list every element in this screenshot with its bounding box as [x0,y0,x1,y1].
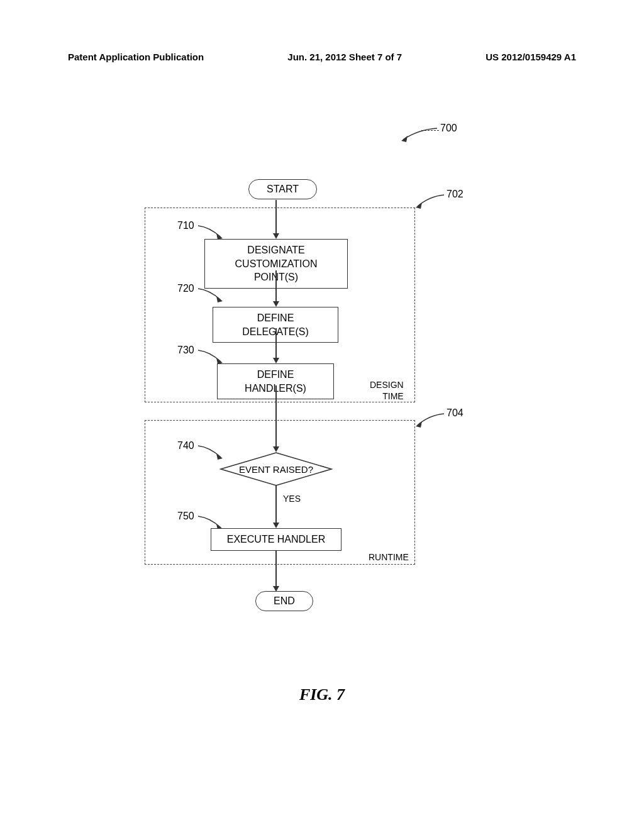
leader-704 [414,411,452,430]
leader-700 [399,126,443,145]
step-750: EXECUTE HANDLER [211,528,341,551]
ref-730: 730 [177,345,194,356]
ref-740: 740 [177,440,194,451]
svg-marker-5 [416,421,422,428]
leader-702 [414,192,452,211]
page-header: Patent Application Publication Jun. 21, … [68,52,576,62]
leader-720 [197,286,225,305]
svg-marker-3 [216,296,223,302]
ref-710: 710 [177,220,194,231]
runtime-label: RUNTIME [369,552,409,563]
decision-740: EVENT RAISED? [219,451,333,487]
start-label: START [267,184,299,194]
svg-marker-0 [401,136,408,142]
figure-caption: FIG. 7 [0,685,644,704]
arrow-710-720 [275,270,277,302]
decision-740-label: EVENT RAISED? [219,451,333,487]
flowchart: 700 START DESIGN TIME 702 710 DESIGNATE … [132,107,497,673]
arrow-720-730 [275,328,277,358]
arrow-750-end [275,550,277,587]
start-terminator: START [248,179,317,199]
end-terminator: END [255,591,313,611]
arrow-740-750 [275,485,277,523]
yes-label: YES [283,494,301,504]
ref-750: 750 [177,511,194,522]
leader-700-dash [421,130,439,131]
ref-720: 720 [177,283,194,294]
svg-marker-1 [416,202,422,209]
header-center: Jun. 21, 2012 Sheet 7 of 7 [287,52,402,62]
end-label: END [274,595,295,606]
header-left: Patent Application Publication [68,52,204,62]
header-right: US 2012/0159429 A1 [486,52,576,62]
design-time-label: DESIGN TIME [370,380,404,402]
